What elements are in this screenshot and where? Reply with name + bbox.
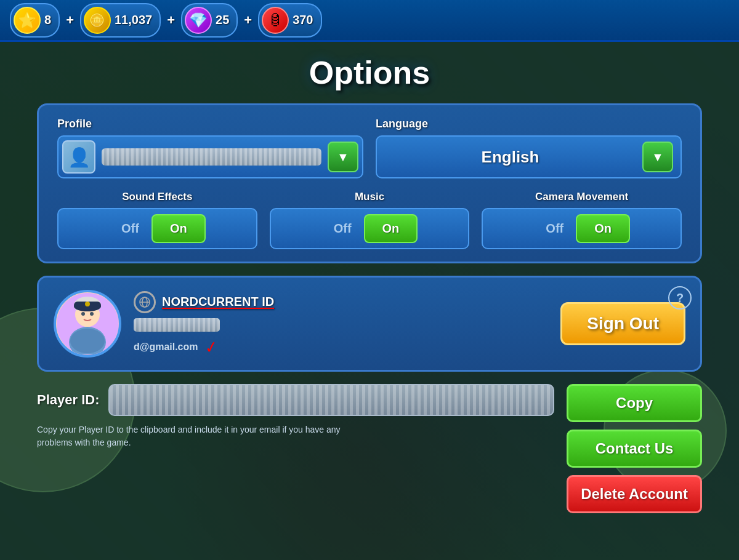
- gem-plus[interactable]: +: [244, 12, 252, 28]
- language-dropdown-button[interactable]: ▼: [642, 142, 673, 172]
- camera-on-button[interactable]: On: [576, 214, 630, 243]
- sound-effects-off-button[interactable]: Off: [109, 217, 151, 241]
- profile-section: Profile 👤 ▼: [57, 118, 363, 178]
- checkmark-icon: ✓: [203, 337, 219, 358]
- profile-dropdown-button[interactable]: ▼: [328, 142, 358, 172]
- page-title: Options: [37, 54, 702, 91]
- bottom-section: Player ID: Copy your Player ID to the cl…: [37, 384, 702, 513]
- star-icon: ⭐: [14, 7, 41, 34]
- svg-point-7: [90, 312, 94, 316]
- fuel-value: 370: [293, 13, 313, 27]
- sound-effects-label: Sound Effects: [57, 191, 257, 203]
- globe-svg: [139, 296, 151, 308]
- camera-setting: Camera Movement Off On: [482, 191, 682, 249]
- coin-value: 11,037: [115, 13, 152, 27]
- help-button[interactable]: ?: [668, 286, 692, 310]
- camera-off-button[interactable]: Off: [533, 217, 576, 241]
- account-email-row: d@gmail.com ✓: [134, 338, 548, 357]
- sound-effects-on-button[interactable]: On: [151, 214, 206, 243]
- avatar-svg: [57, 293, 118, 354]
- hud-bar: ⭐ 8 + 🪙 11,037 + 💎 25 + 🛢 370: [0, 0, 739, 42]
- language-value: English: [384, 148, 636, 167]
- svg-point-10: [85, 302, 90, 306]
- gem-value: 25: [216, 13, 229, 27]
- player-id-input[interactable]: [108, 384, 555, 416]
- main-content: Options Profile 👤 ▼ Language English: [0, 42, 739, 526]
- camera-toggle-row: Off On: [482, 208, 682, 249]
- profile-lang-row: Profile 👤 ▼ Language English ▼: [57, 118, 682, 178]
- profile-name-bar: [102, 148, 321, 166]
- gem-resource: 💎 25: [181, 3, 238, 38]
- gem-icon: 💎: [185, 7, 212, 34]
- star-value: 8: [44, 13, 51, 27]
- account-avatar: [54, 290, 121, 358]
- player-id-row: Player ID:: [37, 384, 554, 416]
- action-buttons: Copy Contact Us Delete Account: [567, 384, 702, 513]
- player-id-area: Player ID: Copy your Player ID to the cl…: [37, 384, 554, 449]
- account-username: [134, 318, 220, 332]
- star-plus[interactable]: +: [66, 12, 74, 28]
- sound-effects-setting: Sound Effects Off On: [57, 191, 257, 249]
- language-label: Language: [376, 118, 682, 130]
- fuel-icon: 🛢: [262, 7, 289, 34]
- svg-point-6: [81, 312, 85, 316]
- nordcurrent-label-row: NORDCURRENT ID: [134, 291, 548, 313]
- music-toggle-row: Off On: [270, 208, 470, 249]
- player-id-help-text: Copy your Player ID to the clipboard and…: [37, 423, 357, 449]
- star-resource: ⭐ 8: [10, 3, 60, 38]
- camera-label: Camera Movement: [482, 191, 682, 203]
- sound-effects-toggle-row: Off On: [57, 208, 257, 249]
- music-off-button[interactable]: Off: [321, 217, 364, 241]
- delete-account-button[interactable]: Delete Account: [567, 475, 702, 513]
- account-email: d@gmail.com: [134, 342, 198, 353]
- coin-resource: 🪙 11,037: [80, 3, 161, 38]
- language-dropdown-arrow-icon: ▼: [652, 150, 664, 164]
- copy-button[interactable]: Copy: [567, 384, 702, 422]
- svg-point-3: [70, 329, 105, 353]
- fuel-resource: 🛢 370: [258, 3, 321, 38]
- music-label: Music: [270, 191, 470, 203]
- settings-row: Sound Effects Off On Music Off On Camera…: [57, 191, 682, 249]
- options-panel: Profile 👤 ▼ Language English ▼: [37, 103, 702, 263]
- coin-plus[interactable]: +: [167, 12, 175, 28]
- account-panel: NORDCURRENT ID d@gmail.com ✓ Sign Out ?: [37, 276, 702, 372]
- music-setting: Music Off On: [270, 191, 470, 249]
- globe-icon: [134, 291, 156, 313]
- avatar: 👤: [62, 140, 95, 174]
- player-id-label: Player ID:: [37, 392, 100, 408]
- dropdown-arrow-icon: ▼: [337, 150, 349, 164]
- nordcurrent-text: NORDCURRENT ID: [162, 295, 274, 309]
- profile-input-row: 👤 ▼: [57, 135, 363, 178]
- profile-label: Profile: [57, 118, 363, 130]
- language-input-row: English ▼: [376, 135, 682, 178]
- language-section: Language English ▼: [376, 118, 682, 178]
- music-on-button[interactable]: On: [364, 214, 418, 243]
- account-info: NORDCURRENT ID d@gmail.com ✓: [134, 291, 548, 357]
- contact-us-button[interactable]: Contact Us: [567, 430, 702, 468]
- sign-out-button[interactable]: Sign Out: [560, 302, 685, 345]
- coin-icon: 🪙: [84, 7, 111, 34]
